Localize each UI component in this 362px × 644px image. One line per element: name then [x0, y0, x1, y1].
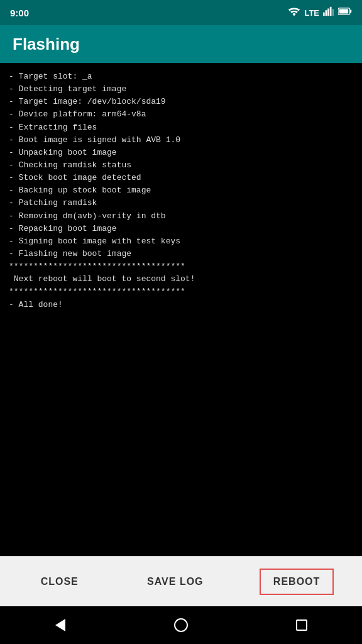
svg-rect-1 [326, 10, 327, 16]
terminal-output: - Target slot: _a - Detecting target ima… [9, 70, 353, 311]
back-button[interactable] [48, 613, 73, 638]
reboot-button[interactable]: REBOOT [260, 569, 334, 595]
svg-rect-3 [330, 6, 332, 15]
svg-rect-4 [332, 9, 334, 16]
svg-rect-2 [327, 8, 329, 16]
app-bar: Flashing [0, 25, 362, 63]
nav-bar [0, 606, 362, 644]
close-button[interactable]: CLOSE [28, 570, 91, 594]
home-icon [174, 618, 188, 632]
status-icons: LTE [288, 6, 352, 19]
save-log-button[interactable]: SAVE LOG [134, 570, 216, 594]
recents-button[interactable] [289, 613, 314, 638]
svg-rect-6 [350, 9, 352, 13]
status-bar: 9:00 LTE [0, 0, 362, 25]
svg-rect-0 [323, 12, 325, 15]
recents-icon [296, 619, 307, 631]
home-button[interactable] [168, 613, 194, 638]
lte-indicator: LTE [304, 8, 319, 18]
back-icon [55, 619, 65, 631]
signal-icon [323, 6, 334, 19]
terminal-area: - Target slot: _a - Detecting target ima… [0, 63, 362, 556]
wifi-icon [288, 6, 300, 19]
status-time: 9:00 [10, 8, 29, 18]
svg-rect-7 [339, 9, 348, 13]
bottom-bar: CLOSE SAVE LOG REBOOT [0, 556, 362, 606]
battery-icon [338, 7, 352, 19]
app-title: Flashing [13, 35, 80, 54]
